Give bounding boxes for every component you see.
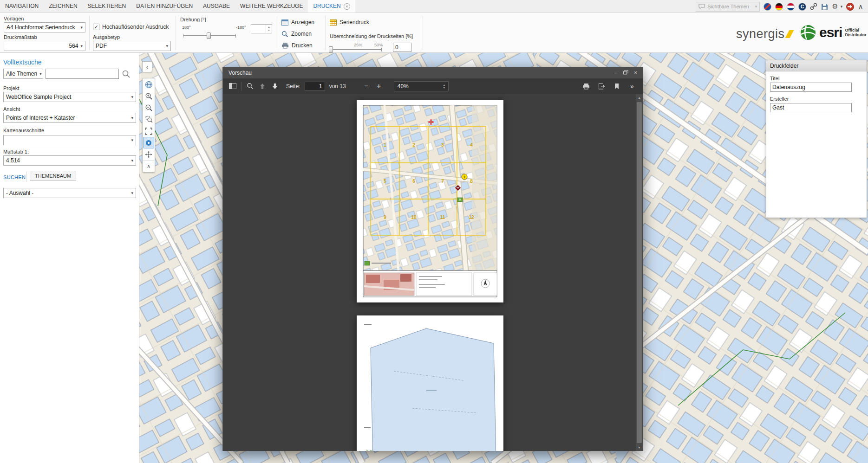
sidebar-toggle-icon[interactable] <box>228 81 237 92</box>
logout-icon[interactable] <box>846 3 854 11</box>
sichtbare-themen-select: Sichtbare Themen ▾ <box>696 2 760 12</box>
tab-navigation[interactable]: NAVIGATION <box>0 0 44 13</box>
close-icon[interactable]: × <box>634 70 637 76</box>
tab-daten-hinzufuegen[interactable]: DATEN HINZUFÜGEN <box>131 0 198 13</box>
collapse-ribbon-icon[interactable]: ∧ <box>858 2 863 11</box>
zoom-out-button[interactable]: − <box>362 81 371 92</box>
spin-up-icon[interactable]: ▴ <box>268 26 269 29</box>
restore-icon[interactable] <box>623 70 628 76</box>
tab-ausgabe[interactable]: AUSGABE <box>198 0 235 13</box>
themen-filter-value: Alle Themen <box>6 71 37 77</box>
zoom-in-icon[interactable] <box>143 90 154 102</box>
ausgabetyp-select[interactable]: PDF ▾ <box>93 41 171 51</box>
scroll-down-icon[interactable]: ▼ <box>636 444 643 451</box>
search-icon[interactable] <box>122 70 131 80</box>
volltextsuche-link[interactable]: Volltextsuche <box>3 58 42 66</box>
dialog-titlebar[interactable]: Vorschau – × <box>223 67 643 78</box>
tab-weitere-werkzeuge[interactable]: WEITERE WERKZEUGE <box>235 0 308 13</box>
tab-drucken[interactable]: DRUCKEN × <box>308 0 355 13</box>
close-tab-icon[interactable]: × <box>344 3 350 10</box>
anzeigen-button[interactable]: Anzeigen <box>281 18 314 27</box>
esri-official: Official <box>845 28 866 32</box>
ansicht-label: Ansicht <box>3 106 20 112</box>
page-number-input[interactable] <box>305 82 325 91</box>
titel-input[interactable] <box>770 83 852 92</box>
previous-page-icon[interactable] <box>258 81 267 92</box>
ueberschneidung-slider-handle[interactable] <box>329 46 333 53</box>
druckmassstab-combo[interactable]: 564 ▾ <box>4 41 85 51</box>
tab-suchen[interactable]: SUCHEN <box>3 174 26 180</box>
next-page-icon[interactable] <box>271 81 279 92</box>
fulltext-search-input[interactable] <box>46 69 119 79</box>
auswahl-select[interactable]: - Auswahl - ▾ <box>3 188 136 198</box>
preview-page-1[interactable]: T H <box>357 100 503 302</box>
zoom-window-icon[interactable] <box>143 114 154 125</box>
ribbon-separator <box>176 16 176 50</box>
hochaufloesend-label: Hochauflösender Ausdruck <box>102 24 169 30</box>
ersteller-input[interactable] <box>770 103 852 112</box>
copernicus-icon[interactable]: C <box>798 3 806 11</box>
zoom-out-icon[interactable] <box>143 102 154 114</box>
identify-tool-icon[interactable] <box>143 137 154 148</box>
preview-scrollbar[interactable]: ▲ ▼ <box>636 94 643 451</box>
search-document-icon[interactable] <box>246 81 254 92</box>
language-flag-en-icon[interactable] <box>764 3 771 11</box>
themen-filter-select[interactable]: Alle Themen ▾ <box>3 69 43 79</box>
link-icon[interactable] <box>810 3 817 10</box>
tick-25-label: 25% <box>354 43 362 47</box>
spinner-arrows-icon[interactable]: ▴ ▾ <box>266 25 272 33</box>
druckmassstab-label: Druckmaßstab <box>4 34 37 40</box>
projekt-select[interactable]: WebOffice Sample Project ▾ <box>3 92 136 102</box>
titel-label: Titel <box>770 76 867 81</box>
minimize-icon[interactable]: – <box>614 70 618 76</box>
map-toolbar: ∧ <box>142 78 155 173</box>
zoom-in-button[interactable]: + <box>375 81 383 92</box>
language-flag-nl-icon[interactable] <box>787 3 795 11</box>
window-icon <box>281 19 288 26</box>
pan-icon[interactable] <box>143 148 154 160</box>
hochaufloesend-checkbox-row[interactable]: ✓ Hochauflösender Ausdruck <box>93 22 169 32</box>
preview-page-2[interactable] <box>357 315 503 451</box>
print-icon[interactable] <box>582 81 590 92</box>
scroll-up-icon[interactable]: ▲ <box>636 94 643 101</box>
save-icon[interactable] <box>821 3 828 10</box>
bookmark-icon[interactable] <box>613 81 621 92</box>
scrollbar-thumb[interactable] <box>637 102 642 443</box>
zoom-level-select[interactable]: 40% ▴ ▾ <box>394 81 449 91</box>
chevron-down-icon: ▾ <box>39 71 42 76</box>
zoomen-button[interactable]: Zoomen <box>281 29 312 39</box>
drehung-slider-handle[interactable] <box>207 32 211 39</box>
tab-selektieren[interactable]: SELEKTIEREN <box>83 0 131 13</box>
drehung-spinner[interactable]: ▴ ▾ <box>251 24 272 33</box>
projekt-value: WebOffice Sample Project <box>6 94 71 100</box>
settings-gear-icon[interactable]: ⚙ ▾ <box>832 2 842 11</box>
spin-down-icon[interactable]: ▾ <box>268 29 269 32</box>
toolbar-collapse-icon[interactable]: ∧ <box>143 160 154 172</box>
ueberschneidung-input[interactable] <box>393 43 411 52</box>
seriendruck-button[interactable]: Seriendruck <box>330 18 369 27</box>
massstab-select[interactable]: 4.514 ▾ <box>3 155 136 166</box>
sidebar-collapse-button[interactable]: ‹ <box>142 61 152 72</box>
footer-info-box <box>416 273 472 296</box>
ueberschneidung-label: Überschneidung der Druckseiten [%] <box>330 33 413 39</box>
tab-drucken-label: DRUCKEN <box>313 0 340 13</box>
kartenausschnitte-select[interactable]: ▾ <box>3 135 136 145</box>
ueberschneidung-slider-track[interactable] <box>331 49 382 50</box>
drucken-button[interactable]: Drucken <box>281 41 313 50</box>
preview-content[interactable]: T H <box>223 94 643 451</box>
ansicht-select[interactable]: Points of Interest + Kataster ▾ <box>3 113 136 123</box>
tab-themenbaum[interactable]: THEMENBAUM <box>30 171 76 181</box>
esri-distributor: Distributor <box>845 32 866 37</box>
spin-down-icon[interactable]: ▾ <box>444 86 445 89</box>
tab-zeichnen[interactable]: ZEICHNEN <box>44 0 82 13</box>
ansicht-value: Points of Interest + Kataster <box>6 115 75 121</box>
full-extent-icon[interactable] <box>143 125 154 137</box>
druckfelder-header[interactable]: Druckfelder <box>766 60 867 71</box>
more-tools-icon[interactable]: » <box>628 81 636 92</box>
seriendruck-label: Seriendruck <box>339 19 369 26</box>
export-icon[interactable] <box>597 81 606 92</box>
globe-icon[interactable] <box>143 79 154 90</box>
checkbox-checked-icon[interactable]: ✓ <box>93 24 99 30</box>
language-flag-de-icon[interactable] <box>775 3 783 11</box>
vorlagen-select[interactable]: A4 Hochformat Seriendruck ▾ <box>4 22 85 32</box>
